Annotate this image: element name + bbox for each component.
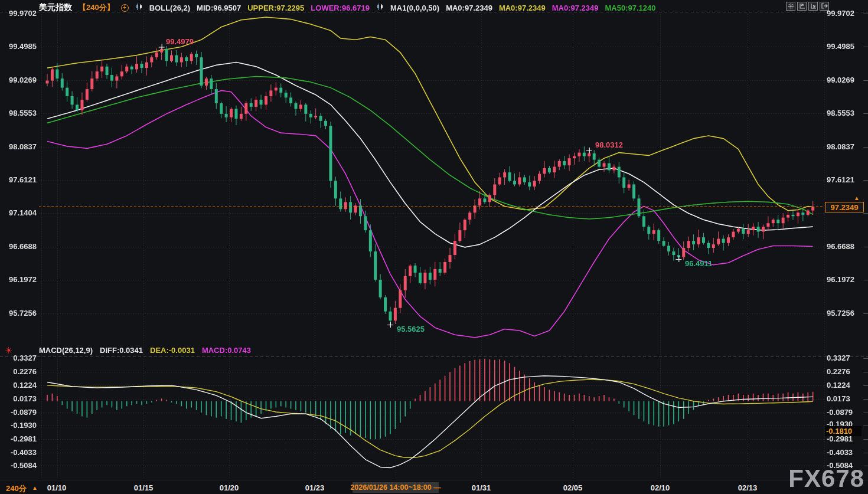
current-price-box: 97.2349 [825, 202, 864, 212]
macd-axis-label: -0.5084 [0, 461, 37, 470]
macd-axis-label: 0.1224 [827, 381, 868, 390]
price-axis-label: 96.1972 [827, 275, 868, 284]
date-label: 02/05 [563, 483, 583, 492]
pan-tool-icon[interactable] [786, 2, 795, 11]
macd-axis-label: -0.4033 [0, 448, 37, 457]
date-label: 02/10 [651, 483, 670, 492]
price-up-arrow-icon: ▲ [854, 195, 860, 201]
price-axis-label: 95.7256 [827, 309, 868, 318]
price-axis-label: 98.5553 [827, 109, 868, 118]
price-axis-label: 96.6688 [827, 242, 868, 251]
date-label: 01/10 [47, 483, 67, 492]
ma0-white-value: MA0:97.2349 [446, 4, 492, 12]
fx678-watermark: FX678 [788, 464, 864, 493]
boll-mid-value: MID:96.9507 [197, 4, 241, 12]
date-label: 01/23 [305, 483, 325, 492]
y-axis-scale-icon[interactable] [797, 2, 807, 11]
boll-name[interactable]: BOLL(26,2) [149, 4, 190, 12]
add-indicator-icon[interactable]: + [121, 4, 129, 12]
macd-macd-value: MACD:0.0743 [202, 346, 251, 355]
date-label: 01/15 [134, 483, 154, 492]
high-annotation: 98.0312 [595, 140, 623, 149]
price-axis-label: 96.1972 [0, 275, 37, 284]
x-axis-scale-icon[interactable] [808, 2, 818, 11]
macd-axis-label: -0.0879 [827, 408, 868, 417]
price-axis-label: 96.6688 [0, 242, 37, 251]
macd-axis-label: -0.4033 [827, 448, 868, 457]
macd-diff-value: DIFF:0.0341 [100, 346, 143, 355]
price-axis-label: 99.0269 [827, 76, 868, 85]
low-annotation: 96.4911 [685, 259, 712, 268]
macd-axis-label: -0.1930 [0, 421, 37, 430]
macd-alert-icon[interactable]: ☀ [5, 346, 12, 355]
price-axis-label: 99.4985 [827, 42, 868, 51]
selected-candle-time: 2026/01/26 14:00~18:00 — [353, 482, 439, 493]
price-axis-label: 97.1404 [0, 208, 37, 218]
macd-axis-label: 0.1224 [0, 381, 37, 390]
macd-header: MACD(26,12,9) DIFF:0.0341 DEA:-0.0031 MA… [39, 346, 251, 355]
price-axis-label: 99.4985 [0, 42, 37, 51]
timeframe-up-arrow-icon: ▲ [32, 485, 38, 491]
ma50-value: MA50:97.1240 [605, 4, 655, 12]
chart-canvas[interactable] [0, 0, 868, 494]
price-axis-label: 99.9702 [827, 9, 868, 18]
period-label[interactable]: 【240分】 [79, 2, 115, 13]
candlestick-icon [135, 3, 143, 12]
macd-axis-label: 0.2276 [827, 367, 868, 377]
macd-current-value-box: -0.1810 [825, 426, 862, 436]
symbol-name[interactable]: 美元指数 [39, 2, 72, 13]
timeframe-selector[interactable]: 240分 [6, 483, 27, 494]
date-label: 02/13 [738, 483, 758, 492]
price-axis-label: 98.0837 [0, 142, 37, 152]
price-axis-label: 98.5553 [0, 109, 37, 118]
macd-name[interactable]: MACD(26,12,9) [39, 346, 93, 355]
price-axis-label: 95.7256 [0, 309, 37, 318]
ma-name[interactable]: MA1(0,0,0,50) [390, 4, 439, 12]
price-axis-label: 99.0269 [0, 76, 37, 85]
macd-axis-label: 0.2276 [0, 367, 37, 377]
date-axis[interactable]: 240分 ▲ 01/10 01/15 01/20 01/23 2026/01/2… [0, 480, 868, 494]
macd-axis-label: 0.0173 [0, 394, 37, 404]
date-label: 01/31 [472, 483, 491, 492]
macd-axis-label: 0.0173 [827, 394, 868, 404]
high-annotation: 99.4979 [166, 37, 194, 46]
macd-axis-label: 0.3327 [827, 354, 868, 363]
price-axis-label: 98.0837 [827, 142, 868, 152]
macd-axis-label: -0.2981 [0, 434, 37, 444]
macd-dea-value: DEA:-0.0031 [150, 346, 195, 355]
indicator-header: 美元指数 【240分】 + BOLL(26,2) MID:96.9507 UPP… [39, 2, 655, 13]
date-label: 01/20 [220, 483, 239, 492]
low-annotation: 95.5625 [397, 325, 425, 333]
boll-lower-value: LOWER:96.6719 [311, 4, 370, 12]
exit-fullscreen-icon[interactable] [820, 2, 829, 11]
chart-toolbar [786, 2, 829, 11]
price-axis-label: 99.9702 [0, 9, 37, 18]
price-axis-label: 97.6121 [827, 175, 868, 185]
ma0-yellow-value: MA0:97.2349 [499, 4, 546, 12]
boll-upper-value: UPPER:97.2295 [247, 4, 304, 12]
price-axis-label: 97.6121 [0, 175, 37, 185]
candlestick-icon [376, 3, 384, 12]
macd-axis-label: -0.0879 [0, 408, 37, 417]
ma0-magenta-value: MA0:97.2349 [552, 4, 599, 12]
trading-chart-window: 美元指数 【240分】 + BOLL(26,2) MID:96.9507 UPP… [0, 0, 868, 494]
